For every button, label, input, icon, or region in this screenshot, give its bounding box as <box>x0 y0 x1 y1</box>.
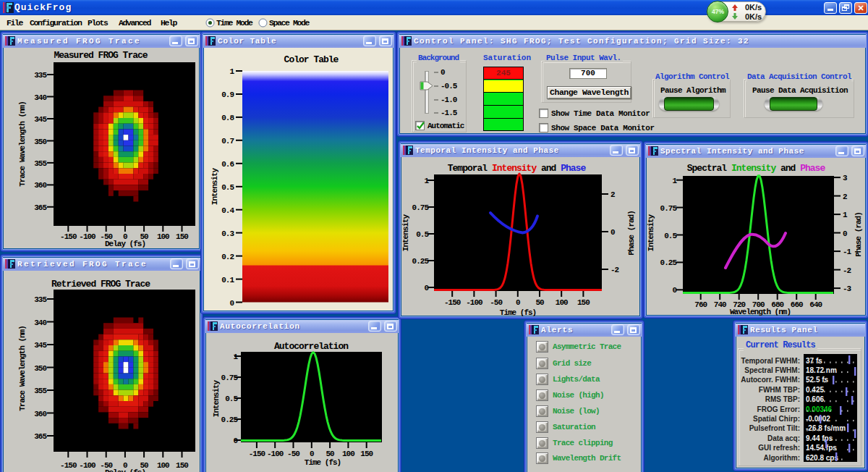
svg-text:0.8: 0.8 <box>221 114 234 122</box>
svg-text:0.25: 0.25 <box>660 258 678 267</box>
svg-text:Phase (rad): Phase (rad) <box>854 212 863 257</box>
svg-text:Intensity: Intensity <box>212 379 221 417</box>
svg-text:-50: -50 <box>287 450 299 458</box>
svg-text:355: 355 <box>34 387 47 395</box>
svg-text:0.5: 0.5 <box>225 395 238 403</box>
svg-text:360: 360 <box>34 410 46 418</box>
svg-text:0.75: 0.75 <box>412 203 430 212</box>
svg-text:660: 660 <box>791 300 803 309</box>
svg-text:50: 50 <box>326 450 334 458</box>
svg-text:0.75: 0.75 <box>660 204 678 213</box>
svg-text:-100: -100 <box>79 232 95 241</box>
svg-text:Measured FROG Trace: Measured FROG Trace <box>54 50 148 61</box>
svg-text:365: 365 <box>34 203 47 212</box>
svg-text:-100: -100 <box>466 298 482 307</box>
svg-text:0.5: 0.5 <box>416 230 429 239</box>
svg-text:0.3: 0.3 <box>221 229 234 238</box>
svg-text:0.4: 0.4 <box>221 206 234 215</box>
svg-text:0: 0 <box>672 286 676 295</box>
svg-text:150: 150 <box>577 298 590 307</box>
svg-text:0: 0 <box>843 229 847 238</box>
svg-text:150: 150 <box>176 232 188 241</box>
svg-text:100: 100 <box>556 298 568 307</box>
svg-text:355: 355 <box>34 159 47 168</box>
svg-text:100: 100 <box>157 232 169 241</box>
svg-text:Temporal Intensity and Phase: Temporal Intensity and Phase <box>448 163 587 174</box>
svg-text:0: 0 <box>610 228 615 237</box>
svg-text:0.75: 0.75 <box>221 374 239 382</box>
svg-text:150: 150 <box>176 461 188 470</box>
svg-text:150: 150 <box>360 450 373 458</box>
svg-text:335: 335 <box>34 71 47 80</box>
svg-text:Time (fs): Time (fs) <box>500 308 536 316</box>
svg-text:1: 1 <box>843 211 848 219</box>
svg-text:-2: -2 <box>610 266 619 274</box>
svg-text:Phase (rad): Phase (rad) <box>627 211 636 256</box>
svg-text:0.5: 0.5 <box>664 232 677 240</box>
svg-text:340: 340 <box>34 319 46 327</box>
svg-text:0.1: 0.1 <box>221 276 234 285</box>
svg-text:640: 640 <box>809 300 822 309</box>
svg-text:50: 50 <box>535 298 544 307</box>
svg-text:Time (fs): Time (fs) <box>305 458 341 467</box>
svg-text:Delay (fs): Delay (fs) <box>105 240 145 248</box>
svg-text:0.2: 0.2 <box>221 253 234 261</box>
svg-text:0.9: 0.9 <box>221 90 234 99</box>
svg-text:-150: -150 <box>60 232 77 241</box>
svg-text:0: 0 <box>233 437 237 445</box>
svg-text:Trace Wavelength (nm): Trace Wavelength (nm) <box>18 326 27 411</box>
svg-text:-100: -100 <box>79 461 95 470</box>
svg-text:0: 0 <box>516 298 520 307</box>
svg-text:2: 2 <box>610 190 615 199</box>
svg-text:345: 345 <box>34 341 47 350</box>
svg-text:-150: -150 <box>444 298 461 307</box>
svg-text:Wavelength (nm): Wavelength (nm) <box>730 308 791 316</box>
svg-text:Intensity: Intensity <box>401 214 410 251</box>
svg-text:Delay (fs): Delay (fs) <box>105 468 145 472</box>
svg-text:0.7: 0.7 <box>221 137 234 146</box>
svg-text:760: 760 <box>694 300 707 309</box>
svg-text:2: 2 <box>843 193 847 201</box>
svg-text:0: 0 <box>424 284 428 292</box>
svg-text:360: 360 <box>34 181 46 190</box>
svg-text:-150: -150 <box>249 450 265 458</box>
svg-text:350: 350 <box>34 138 46 146</box>
svg-text:-3: -3 <box>843 285 852 293</box>
svg-text:740: 740 <box>714 300 726 309</box>
svg-text:-50: -50 <box>490 298 502 307</box>
svg-text:-100: -100 <box>267 450 284 458</box>
svg-text:-1: -1 <box>843 248 852 256</box>
svg-text:100: 100 <box>157 461 169 470</box>
svg-text:1: 1 <box>229 67 234 76</box>
svg-text:350: 350 <box>34 364 46 373</box>
svg-text:3: 3 <box>843 174 848 182</box>
svg-text:0: 0 <box>229 299 234 308</box>
svg-text:100: 100 <box>342 450 354 458</box>
svg-text:335: 335 <box>34 295 47 304</box>
svg-text:Autocorrelation: Autocorrelation <box>274 341 349 352</box>
svg-text:-150: -150 <box>60 461 77 470</box>
svg-text:Retrieved FROG Trace: Retrieved FROG Trace <box>51 279 150 290</box>
svg-text:345: 345 <box>34 115 47 124</box>
svg-text:340: 340 <box>34 93 46 102</box>
svg-text:0.25: 0.25 <box>221 416 239 424</box>
svg-text:365: 365 <box>34 432 47 441</box>
svg-text:Intensity: Intensity <box>210 167 219 205</box>
svg-text:Intensity: Intensity <box>647 214 655 251</box>
svg-text:0.6: 0.6 <box>221 160 234 169</box>
svg-text:0.25: 0.25 <box>412 257 430 266</box>
svg-text:0.5: 0.5 <box>221 183 234 192</box>
svg-text:Spectral Intensity and Phase: Spectral Intensity and Phase <box>687 163 826 174</box>
svg-text:-2: -2 <box>843 266 851 275</box>
svg-text:Color Table: Color Table <box>284 54 339 65</box>
svg-text:Trace Wavelength (nm): Trace Wavelength (nm) <box>18 101 27 187</box>
svg-text:0: 0 <box>310 450 314 458</box>
